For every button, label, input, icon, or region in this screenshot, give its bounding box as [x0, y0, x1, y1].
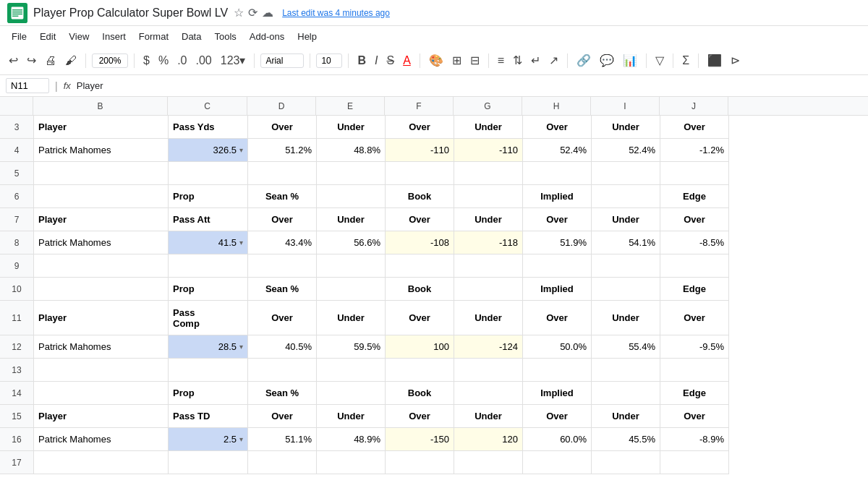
cloud-icon[interactable]: ☁: [262, 6, 273, 20]
cell-F4[interactable]: -110: [386, 139, 454, 162]
cell-G6[interactable]: [454, 185, 523, 208]
cell-C5[interactable]: [169, 162, 248, 185]
cell-C15[interactable]: Pass TD: [169, 405, 248, 428]
cell-H7[interactable]: Over: [523, 208, 592, 231]
cell-J10[interactable]: Edge: [660, 278, 729, 301]
cell-C6[interactable]: Prop: [169, 185, 248, 208]
menu-format[interactable]: Format: [133, 30, 174, 43]
cell-D14[interactable]: Sean %: [248, 382, 317, 405]
cell-F9[interactable]: [386, 254, 454, 278]
cell-B16[interactable]: Patrick Mahomes: [34, 428, 169, 451]
cell-F5[interactable]: [386, 162, 454, 185]
valign-button[interactable]: ⇅: [510, 52, 525, 69]
cell-H8[interactable]: 51.9%: [523, 231, 592, 254]
col-header-J[interactable]: J: [660, 97, 728, 115]
cell-J13[interactable]: [660, 359, 729, 382]
cell-H15[interactable]: Over: [523, 405, 592, 428]
cell-J11[interactable]: Over: [660, 301, 729, 335]
cell-F8[interactable]: -108: [386, 231, 454, 254]
strikethrough-button[interactable]: S: [383, 53, 397, 69]
cell-J4[interactable]: -1.2%: [660, 139, 729, 162]
cell-C8[interactable]: 41.5 ▾: [169, 231, 248, 254]
cell-H6[interactable]: Implied: [523, 185, 592, 208]
cell-I14[interactable]: [592, 382, 660, 405]
cell-C9[interactable]: [169, 254, 248, 278]
cell-G11[interactable]: Under: [454, 301, 523, 335]
cell-I5[interactable]: [592, 162, 660, 185]
cell-F10[interactable]: Book: [386, 278, 454, 301]
cell-J12[interactable]: -9.5%: [660, 335, 729, 359]
redo-button[interactable]: ↪: [24, 52, 39, 69]
align-button[interactable]: ≡: [495, 53, 507, 69]
col-header-I[interactable]: I: [591, 97, 660, 115]
freeze-button[interactable]: ⬛: [705, 52, 725, 69]
cell-F12[interactable]: 100: [386, 335, 454, 359]
cell-G4[interactable]: -110: [454, 139, 523, 162]
filter-button[interactable]: ▽: [652, 52, 667, 69]
cell-E17[interactable]: [317, 451, 386, 474]
dropdown-arrow-C16[interactable]: ▾: [239, 435, 243, 443]
cell-D3[interactable]: Over: [248, 116, 317, 139]
row-header-11[interactable]: 11: [0, 301, 33, 335]
text-wrap-button[interactable]: ↵: [528, 52, 543, 69]
cell-F7[interactable]: Over: [386, 208, 454, 231]
col-header-G[interactable]: G: [454, 97, 522, 115]
cell-H17[interactable]: [523, 451, 592, 474]
cell-B11[interactable]: Player: [34, 301, 169, 335]
format-123-button[interactable]: 123▾: [218, 52, 249, 69]
cell-G8[interactable]: -118: [454, 231, 523, 254]
cell-I8[interactable]: 54.1%: [592, 231, 660, 254]
merge-button[interactable]: ⊟: [467, 52, 482, 69]
history-icon[interactable]: ⟳: [248, 6, 258, 20]
cell-E16[interactable]: 48.9%: [317, 428, 386, 451]
cell-B7[interactable]: Player: [34, 208, 169, 231]
formula-content[interactable]: Player: [77, 80, 862, 91]
cell-C13[interactable]: [169, 359, 248, 382]
col-header-D[interactable]: D: [247, 97, 316, 115]
cell-I13[interactable]: [592, 359, 660, 382]
cell-F13[interactable]: [386, 359, 454, 382]
cell-G12[interactable]: -124: [454, 335, 523, 359]
fill-color-button[interactable]: 🎨: [426, 52, 446, 69]
link-button[interactable]: 🔗: [574, 52, 594, 69]
cell-F3[interactable]: Over: [386, 116, 454, 139]
cell-H16[interactable]: 60.0%: [523, 428, 592, 451]
dropdown-arrow-C4[interactable]: ▾: [239, 146, 243, 154]
bold-button[interactable]: B: [354, 53, 369, 69]
cell-F6[interactable]: Book: [386, 185, 454, 208]
col-header-E[interactable]: E: [316, 97, 385, 115]
cell-E4[interactable]: 48.8%: [317, 139, 386, 162]
cell-E12[interactable]: 59.5%: [317, 335, 386, 359]
cell-J7[interactable]: Over: [660, 208, 729, 231]
cell-C14[interactable]: Prop: [169, 382, 248, 405]
dropdown-arrow-C12[interactable]: ▾: [239, 343, 243, 351]
cell-C10[interactable]: Prop: [169, 278, 248, 301]
menu-view[interactable]: View: [63, 30, 95, 43]
cell-F17[interactable]: [386, 451, 454, 474]
row-header-14[interactable]: 14: [0, 382, 33, 405]
cell-G15[interactable]: Under: [454, 405, 523, 428]
cell-I9[interactable]: [592, 254, 660, 278]
row-header-5[interactable]: 5: [0, 162, 33, 185]
comment-button[interactable]: 💬: [597, 52, 617, 69]
print-button[interactable]: 🖨: [42, 53, 59, 69]
row-header-9[interactable]: 9: [0, 254, 33, 278]
paint-format-button[interactable]: 🖌: [62, 53, 80, 69]
col-header-H[interactable]: H: [522, 97, 591, 115]
cell-D9[interactable]: [248, 254, 317, 278]
cell-B9[interactable]: [34, 254, 169, 278]
cell-B10[interactable]: [34, 278, 169, 301]
cell-J15[interactable]: Over: [660, 405, 729, 428]
percent-button[interactable]: %: [156, 53, 171, 69]
cell-E8[interactable]: 56.6%: [317, 231, 386, 254]
font-selector[interactable]: Arial: [260, 53, 304, 68]
dropdown-arrow-C8[interactable]: ▾: [239, 239, 243, 247]
cell-I7[interactable]: Under: [592, 208, 660, 231]
cell-B14[interactable]: [34, 382, 169, 405]
cell-D16[interactable]: 51.1%: [248, 428, 317, 451]
cell-B3[interactable]: Player: [34, 116, 169, 139]
cell-E6[interactable]: [317, 185, 386, 208]
cell-J9[interactable]: [660, 254, 729, 278]
cell-I15[interactable]: Under: [592, 405, 660, 428]
row-header-6[interactable]: 6: [0, 185, 33, 208]
